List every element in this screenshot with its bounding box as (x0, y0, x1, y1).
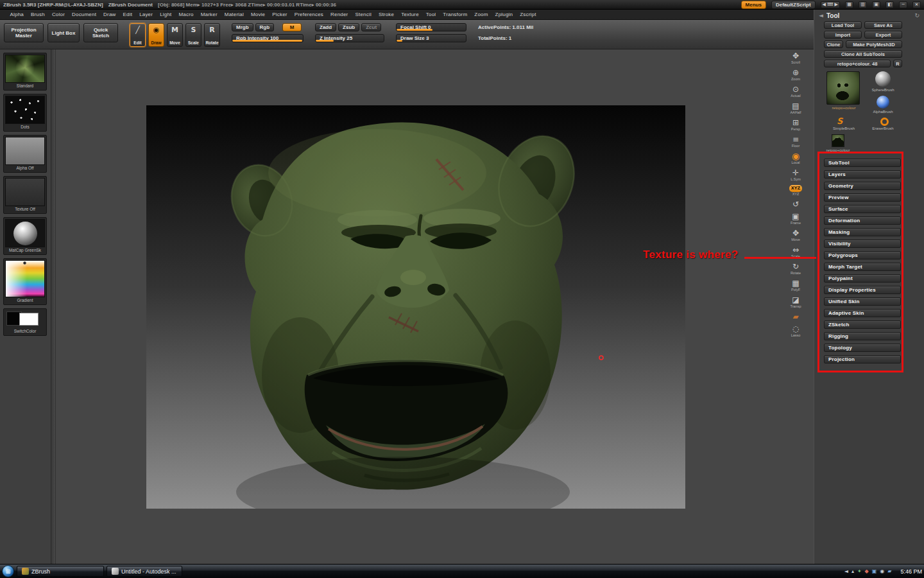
light-box-button[interactable]: Light Box (47, 23, 80, 42)
clone-button[interactable]: Clone (824, 40, 843, 48)
right-shelf-button[interactable]: ✥ Move (785, 229, 806, 242)
right-shelf-button[interactable]: ⊕ Zoom (785, 68, 806, 82)
menu-item[interactable]: Stroke (375, 12, 397, 17)
menu-item[interactable]: Document (69, 12, 100, 17)
draw-size-slider[interactable]: Draw Size 3 (396, 34, 466, 42)
tool-section-header[interactable]: Preview (824, 193, 901, 202)
r-button[interactable]: R (893, 60, 902, 67)
load-tool-button[interactable]: Load Tool (824, 21, 862, 29)
minimize-icon[interactable]: ─ (899, 1, 907, 8)
menu-item[interactable]: Marker (197, 12, 221, 17)
start-button[interactable]: ⊞ (2, 565, 14, 577)
menu-item[interactable]: Alpha (6, 12, 27, 17)
right-shelf-button[interactable]: ▰ (785, 312, 806, 321)
alpha-selector[interactable]: Alpha Off (3, 135, 47, 173)
tool-section-header[interactable]: Polygroups (824, 251, 901, 259)
mode-button[interactable]: S Scale (185, 23, 201, 47)
rgb-button[interactable]: Rgb (255, 23, 275, 31)
tool-section-header[interactable]: Surface (824, 205, 901, 213)
menu-item[interactable]: Brush (27, 12, 48, 17)
material-selector[interactable]: MatCap GreenSk (3, 217, 47, 255)
tool-section-header[interactable]: Topology (824, 344, 901, 352)
tool-section-header[interactable]: Unified Skin (824, 297, 901, 306)
tool-section-header[interactable]: Geometry (824, 182, 901, 190)
tray-icon[interactable]: ▴ (851, 568, 854, 575)
layout-grid-icon[interactable]: ▦ (845, 1, 853, 8)
menu-item[interactable]: Texture (398, 12, 423, 17)
menu-item[interactable]: Preferences (291, 12, 327, 17)
tool-section-header[interactable]: Deformation (824, 216, 901, 225)
menu-item[interactable]: Zscript (517, 12, 540, 17)
z-intensity-slider[interactable]: Z Intensity 25 (315, 34, 384, 42)
tool-section-header[interactable]: Layers (824, 170, 901, 179)
tool-section-header[interactable]: Morph Target (824, 263, 901, 271)
collapse-arrow-icon[interactable]: ◄ (819, 12, 823, 19)
close-icon[interactable]: × (912, 1, 921, 8)
zadd-button[interactable]: Zadd (315, 23, 336, 31)
menu-item[interactable]: Zoom (471, 12, 492, 17)
menu-item[interactable]: Transform (440, 12, 471, 17)
right-shelf-button[interactable]: ▦ PolyF (785, 279, 806, 292)
menu-item[interactable]: Zplugin (492, 12, 517, 17)
tool-section-header[interactable]: Polypaint (824, 274, 901, 283)
brush-thumbnail[interactable] (5, 55, 45, 83)
zsub-button[interactable]: Zsub (338, 23, 359, 31)
rgb-intensity-slider[interactable]: Rgb Intensity 100 (232, 34, 304, 42)
zscript-playback-icons[interactable]: ◀ ‼‼ ▶ (821, 1, 840, 8)
spherebrush-thumbnail[interactable] (875, 71, 891, 87)
menu-item[interactable]: Color (48, 12, 68, 17)
tool-section-header[interactable]: Projection (824, 355, 901, 363)
m-color-swatch[interactable]: M (282, 23, 302, 31)
menu-item[interactable]: Light (157, 12, 175, 17)
tool-section-header[interactable]: Adaptive Skin (824, 309, 901, 317)
tool-section-header[interactable]: ZSketch (824, 320, 901, 329)
right-shelf-button[interactable]: ✥ Scroll (785, 51, 806, 65)
stroke-thumbnail[interactable] (5, 96, 45, 124)
quick-sketch-button[interactable]: Quick Sketch (83, 23, 118, 42)
current-tool-button[interactable]: retopo+colour. 48 (824, 60, 891, 67)
make-polymesh3d-button[interactable]: Make PolyMesh3D (846, 40, 902, 48)
mode-button[interactable]: R Rotate (204, 23, 220, 47)
mrgb-button[interactable]: Mrgb (232, 23, 253, 31)
tool-section-header[interactable]: Masking (824, 228, 901, 236)
texture-selector[interactable]: Texture Off (3, 176, 47, 214)
retopo-tool-thumbnail[interactable] (832, 134, 844, 147)
menu-item[interactable]: Macro (175, 12, 197, 17)
eraserbrush-thumbnail[interactable] (880, 118, 889, 126)
right-shelf-button[interactable]: ⊙ Actual (785, 85, 806, 98)
refresh-icon[interactable]: ↻ (914, 12, 920, 19)
export-button[interactable]: Export (864, 31, 902, 39)
document-canvas[interactable] (146, 105, 685, 509)
color-gradient-thumbnail[interactable] (5, 260, 45, 297)
mode-button[interactable]: ◉ Draw (148, 23, 164, 47)
tool-section-header[interactable]: Display Properties (824, 286, 901, 294)
menu-item[interactable]: Tool (422, 12, 439, 17)
right-shelf-button[interactable]: ◌ Lasso (785, 324, 806, 338)
menu-item[interactable]: Stencil (352, 12, 375, 17)
switch-color[interactable]: SwitchColor (3, 308, 47, 336)
focal-shift-slider[interactable]: Focal Shift 0 (396, 23, 466, 31)
right-shelf-button[interactable]: ✛ L.Sym (785, 168, 806, 182)
menu-item[interactable]: Draw (100, 12, 119, 17)
switch-color-thumbnail[interactable] (5, 310, 45, 328)
tool-section-header[interactable]: Rigging (824, 332, 901, 340)
right-shelf-button[interactable]: XYZ XYZ (785, 185, 806, 197)
menu-item[interactable]: Layer (136, 12, 157, 17)
menu-item[interactable]: Edit (119, 12, 136, 17)
right-shelf-button[interactable]: ▤ AAHalf (785, 101, 806, 115)
mode-button[interactable]: M Move (167, 23, 183, 47)
current-tool-thumbnail[interactable] (826, 71, 860, 105)
right-shelf-button[interactable]: ↺ (785, 200, 806, 209)
brush-selector[interactable]: Standard (3, 53, 47, 91)
right-shelf-button[interactable]: ⊞ Persp (785, 118, 806, 132)
material-thumbnail[interactable] (5, 219, 45, 247)
projection-master-button[interactable]: Projection Master (4, 23, 44, 42)
menu-item[interactable]: Picker (269, 12, 291, 17)
taskbar-task-autodesk[interactable]: Untitled - Autodesk ... (107, 566, 182, 577)
tray-icon[interactable]: ✦ (857, 568, 862, 575)
tray-icon[interactable]: ▰ (887, 568, 891, 575)
clone-all-subtools-button[interactable]: Clone All SubTools (824, 50, 902, 58)
right-shelf-button[interactable]: ◪ Transp (785, 295, 806, 309)
right-shelf-button[interactable]: ▣ Frame (785, 212, 806, 225)
primary-color-swatch[interactable] (19, 313, 38, 326)
